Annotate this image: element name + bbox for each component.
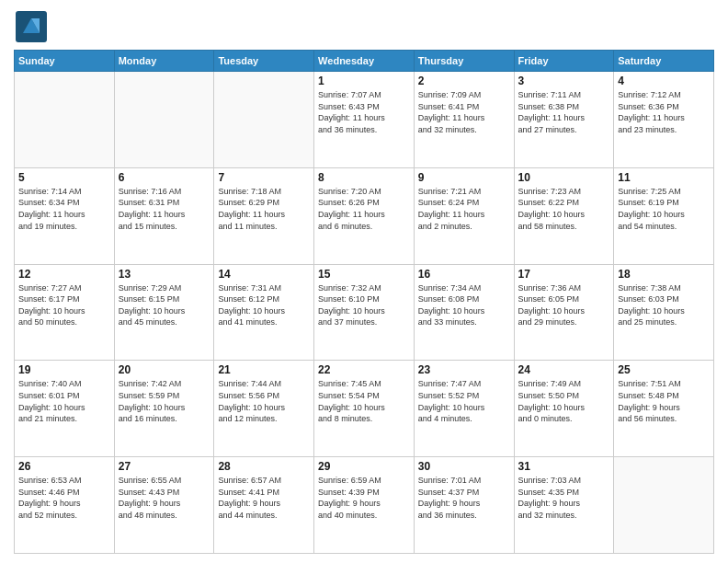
day-number: 9 [418, 171, 510, 184]
calendar-cell [214, 72, 314, 168]
day-detail: Sunrise: 7:27 AM Sunset: 6:17 PM Dayligh… [18, 282, 110, 328]
day-detail: Sunrise: 7:14 AM Sunset: 6:34 PM Dayligh… [18, 186, 110, 232]
day-number: 23 [418, 363, 510, 376]
day-number: 31 [518, 460, 610, 473]
day-of-week-header: Wednesday [314, 51, 415, 72]
day-of-week-header: Friday [514, 51, 614, 72]
calendar-cell: 31Sunrise: 7:03 AM Sunset: 4:35 PM Dayli… [514, 457, 614, 554]
day-of-week-header: Saturday [614, 51, 714, 72]
calendar-week-row: 1Sunrise: 7:07 AM Sunset: 6:43 PM Daylig… [15, 72, 714, 168]
calendar-cell: 21Sunrise: 7:44 AM Sunset: 5:56 PM Dayli… [214, 361, 314, 457]
day-detail: Sunrise: 7:31 AM Sunset: 6:12 PM Dayligh… [218, 282, 310, 328]
calendar-cell: 13Sunrise: 7:29 AM Sunset: 6:15 PM Dayli… [114, 264, 214, 361]
day-detail: Sunrise: 6:53 AM Sunset: 4:46 PM Dayligh… [18, 475, 110, 521]
header [14, 9, 714, 44]
calendar-cell: 11Sunrise: 7:25 AM Sunset: 6:19 PM Dayli… [614, 167, 714, 264]
day-number: 8 [318, 171, 410, 184]
calendar-cell: 14Sunrise: 7:31 AM Sunset: 6:12 PM Dayli… [214, 264, 314, 361]
day-detail: Sunrise: 7:51 AM Sunset: 5:48 PM Dayligh… [618, 378, 710, 424]
day-detail: Sunrise: 6:59 AM Sunset: 4:39 PM Dayligh… [318, 475, 410, 521]
day-number: 17 [518, 268, 610, 281]
day-number: 24 [518, 363, 610, 376]
day-detail: Sunrise: 7:23 AM Sunset: 6:22 PM Dayligh… [518, 186, 610, 232]
day-detail: Sunrise: 7:45 AM Sunset: 5:54 PM Dayligh… [318, 378, 410, 424]
calendar-cell: 23Sunrise: 7:47 AM Sunset: 5:52 PM Dayli… [414, 361, 514, 457]
calendar-cell: 17Sunrise: 7:36 AM Sunset: 6:05 PM Dayli… [514, 264, 614, 361]
calendar-table: SundayMondayTuesdayWednesdayThursdayFrid… [14, 50, 714, 554]
day-number: 28 [218, 460, 310, 473]
day-detail: Sunrise: 7:44 AM Sunset: 5:56 PM Dayligh… [218, 378, 310, 424]
calendar-week-row: 19Sunrise: 7:40 AM Sunset: 6:01 PM Dayli… [15, 361, 714, 457]
logo [14, 9, 49, 44]
calendar-cell: 25Sunrise: 7:51 AM Sunset: 5:48 PM Dayli… [614, 361, 714, 457]
header-row: SundayMondayTuesdayWednesdayThursdayFrid… [15, 51, 714, 72]
day-detail: Sunrise: 7:01 AM Sunset: 4:37 PM Dayligh… [418, 475, 510, 521]
day-number: 26 [18, 460, 110, 473]
calendar-cell: 18Sunrise: 7:38 AM Sunset: 6:03 PM Dayli… [614, 264, 714, 361]
calendar-week-row: 26Sunrise: 6:53 AM Sunset: 4:46 PM Dayli… [15, 457, 714, 554]
day-of-week-header: Monday [114, 51, 214, 72]
day-of-week-header: Thursday [414, 51, 514, 72]
calendar-cell: 6Sunrise: 7:16 AM Sunset: 6:31 PM Daylig… [114, 167, 214, 264]
day-number: 4 [618, 75, 710, 87]
day-number: 25 [618, 363, 710, 376]
day-number: 5 [18, 171, 110, 184]
day-number: 1 [318, 75, 410, 87]
day-number: 14 [218, 268, 310, 281]
calendar-cell: 30Sunrise: 7:01 AM Sunset: 4:37 PM Dayli… [414, 457, 514, 554]
day-detail: Sunrise: 7:03 AM Sunset: 4:35 PM Dayligh… [518, 475, 610, 521]
day-detail: Sunrise: 7:47 AM Sunset: 5:52 PM Dayligh… [418, 378, 510, 424]
day-detail: Sunrise: 7:18 AM Sunset: 6:29 PM Dayligh… [218, 186, 310, 232]
day-detail: Sunrise: 7:36 AM Sunset: 6:05 PM Dayligh… [518, 282, 610, 328]
day-detail: Sunrise: 7:38 AM Sunset: 6:03 PM Dayligh… [618, 282, 710, 328]
day-detail: Sunrise: 7:07 AM Sunset: 6:43 PM Dayligh… [318, 89, 410, 135]
day-detail: Sunrise: 7:21 AM Sunset: 6:24 PM Dayligh… [418, 186, 510, 232]
day-number: 11 [618, 171, 710, 184]
day-detail: Sunrise: 7:11 AM Sunset: 6:38 PM Dayligh… [518, 89, 610, 135]
calendar-cell: 3Sunrise: 7:11 AM Sunset: 6:38 PM Daylig… [514, 72, 614, 168]
day-number: 29 [318, 460, 410, 473]
calendar-cell [15, 72, 115, 168]
day-detail: Sunrise: 7:49 AM Sunset: 5:50 PM Dayligh… [518, 378, 610, 424]
day-of-week-header: Tuesday [214, 51, 314, 72]
day-detail: Sunrise: 6:57 AM Sunset: 4:41 PM Dayligh… [218, 475, 310, 521]
day-detail: Sunrise: 7:20 AM Sunset: 6:26 PM Dayligh… [318, 186, 410, 232]
calendar-week-row: 12Sunrise: 7:27 AM Sunset: 6:17 PM Dayli… [15, 264, 714, 361]
day-detail: Sunrise: 6:55 AM Sunset: 4:43 PM Dayligh… [119, 475, 210, 521]
day-number: 15 [318, 268, 410, 281]
day-number: 30 [418, 460, 510, 473]
calendar-cell: 9Sunrise: 7:21 AM Sunset: 6:24 PM Daylig… [414, 167, 514, 264]
calendar-body: 1Sunrise: 7:07 AM Sunset: 6:43 PM Daylig… [15, 72, 714, 554]
calendar-cell: 1Sunrise: 7:07 AM Sunset: 6:43 PM Daylig… [314, 72, 415, 168]
day-detail: Sunrise: 7:16 AM Sunset: 6:31 PM Dayligh… [119, 186, 210, 232]
calendar-cell: 15Sunrise: 7:32 AM Sunset: 6:10 PM Dayli… [314, 264, 415, 361]
calendar-cell: 2Sunrise: 7:09 AM Sunset: 6:41 PM Daylig… [414, 72, 514, 168]
day-number: 12 [18, 268, 110, 281]
day-number: 7 [218, 171, 310, 184]
page: SundayMondayTuesdayWednesdayThursdayFrid… [0, 0, 728, 563]
day-detail: Sunrise: 7:25 AM Sunset: 6:19 PM Dayligh… [618, 186, 710, 232]
day-number: 21 [218, 363, 310, 376]
day-number: 19 [18, 363, 110, 376]
day-detail: Sunrise: 7:40 AM Sunset: 6:01 PM Dayligh… [18, 378, 110, 424]
calendar-cell: 29Sunrise: 6:59 AM Sunset: 4:39 PM Dayli… [314, 457, 415, 554]
calendar-cell: 5Sunrise: 7:14 AM Sunset: 6:34 PM Daylig… [15, 167, 115, 264]
day-number: 16 [418, 268, 510, 281]
calendar-cell: 20Sunrise: 7:42 AM Sunset: 5:59 PM Dayli… [114, 361, 214, 457]
day-number: 20 [119, 363, 210, 376]
calendar-cell: 26Sunrise: 6:53 AM Sunset: 4:46 PM Dayli… [15, 457, 115, 554]
day-number: 2 [418, 75, 510, 87]
calendar-cell: 8Sunrise: 7:20 AM Sunset: 6:26 PM Daylig… [314, 167, 415, 264]
calendar-cell [614, 457, 714, 554]
calendar-cell: 10Sunrise: 7:23 AM Sunset: 6:22 PM Dayli… [514, 167, 614, 264]
logo-icon [14, 9, 49, 44]
calendar-cell: 22Sunrise: 7:45 AM Sunset: 5:54 PM Dayli… [314, 361, 415, 457]
day-number: 22 [318, 363, 410, 376]
day-detail: Sunrise: 7:32 AM Sunset: 6:10 PM Dayligh… [318, 282, 410, 328]
calendar-cell: 4Sunrise: 7:12 AM Sunset: 6:36 PM Daylig… [614, 72, 714, 168]
day-detail: Sunrise: 7:42 AM Sunset: 5:59 PM Dayligh… [119, 378, 210, 424]
calendar-header: SundayMondayTuesdayWednesdayThursdayFrid… [15, 51, 714, 72]
day-detail: Sunrise: 7:29 AM Sunset: 6:15 PM Dayligh… [119, 282, 210, 328]
calendar-cell: 7Sunrise: 7:18 AM Sunset: 6:29 PM Daylig… [214, 167, 314, 264]
day-number: 18 [618, 268, 710, 281]
